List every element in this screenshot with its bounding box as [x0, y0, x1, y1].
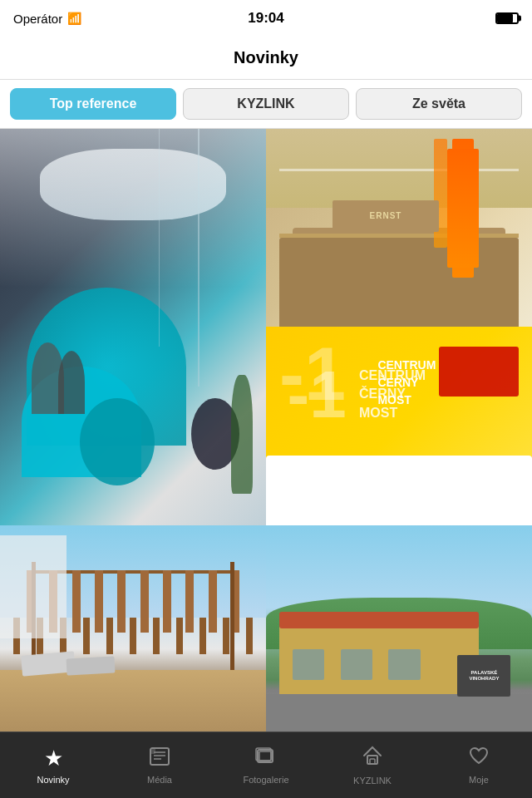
nav-label-novinky: Novinky	[37, 775, 69, 785]
grid-item-reception[interactable]: ERNST	[266, 129, 532, 327]
tab-top-reference[interactable]: Top reference	[10, 88, 176, 120]
svg-rect-4	[150, 748, 155, 754]
tab-kyzlink[interactable]: KYZLINK	[183, 88, 349, 120]
grid-item-yellow[interactable]: -1 CENTRUM ČERNÝ MOST	[266, 327, 532, 525]
header: Novinky	[0, 37, 532, 80]
image-reception: ERNST	[266, 129, 532, 327]
image-office-blue	[0, 129, 266, 525]
nav-item-fotogalerie[interactable]: Fotogalerie	[213, 746, 319, 785]
bottom-nav: ★ Novinky Média Fotogalerie	[0, 732, 532, 798]
tab-ze-sveta[interactable]: Ze světa	[356, 88, 522, 120]
gallery-icon	[255, 746, 277, 771]
home-icon	[362, 745, 383, 772]
image-grid: ERNST -1 CENTRUM ČERNÝ MOST	[0, 129, 532, 732]
heart-icon	[468, 746, 490, 771]
grid-item-building[interactable]: PALAVSKÉVINOHRADY	[266, 525, 532, 732]
nav-item-novinky[interactable]: ★ Novinky	[0, 746, 106, 785]
tabs-bar: Top reference KYZLINK Ze světa	[0, 80, 532, 129]
page-title: Novinky	[234, 48, 298, 67]
image-building: PALAVSKÉVINOHRADY	[266, 525, 532, 732]
image-yellow: -1 CENTRUM ČERNÝ MOST	[266, 327, 532, 525]
status-left: Operátor 📶	[13, 12, 81, 26]
carrier-label: Operátor	[13, 12, 62, 26]
svg-rect-7	[259, 751, 271, 761]
grid-item-pergola[interactable]	[0, 525, 266, 732]
grid-item-office-blue[interactable]	[0, 129, 266, 525]
svg-rect-8	[367, 756, 377, 764]
status-time: 19:04	[248, 10, 283, 27]
battery-fill	[497, 14, 513, 22]
status-right	[495, 12, 519, 24]
nav-label-media: Média	[147, 775, 172, 785]
nav-label-moje: Moje	[469, 775, 489, 785]
image-pergola	[0, 525, 266, 732]
newspaper-icon	[149, 746, 170, 771]
wifi-icon: 📶	[67, 12, 81, 25]
nav-item-media[interactable]: Média	[106, 746, 213, 785]
status-bar: Operátor 📶 19:04	[0, 0, 532, 37]
battery-icon	[495, 12, 519, 24]
nav-item-moje[interactable]: Moje	[426, 746, 532, 785]
star-icon: ★	[44, 746, 63, 771]
nav-item-kyzlink[interactable]: KYZLINK	[319, 745, 426, 786]
nav-label-fotogalerie: Fotogalerie	[243, 775, 288, 785]
nav-label-kyzlink: KYZLINK	[353, 776, 392, 786]
